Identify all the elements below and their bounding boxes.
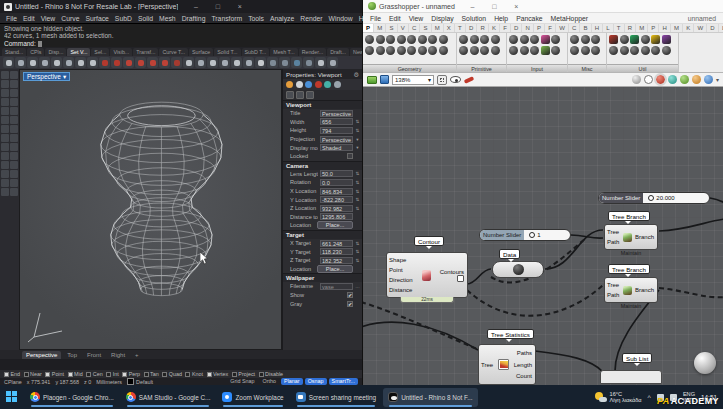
preview-sphere-icon[interactable] (680, 75, 689, 84)
toolbar-icon[interactable] (231, 57, 242, 68)
side-tool-icon[interactable] (10, 179, 18, 187)
component-icon[interactable] (397, 46, 406, 55)
toolbar-tab[interactable]: Draft... (327, 48, 349, 56)
property-value[interactable] (347, 153, 353, 159)
component-icon[interactable] (620, 35, 629, 44)
component-icon[interactable] (365, 46, 374, 55)
output-param[interactable]: Paths (511, 350, 532, 356)
component-icon[interactable] (459, 46, 468, 55)
component-tab[interactable]: L (603, 24, 614, 32)
property-value[interactable]: 0.0 (320, 179, 353, 186)
side-tool-icon[interactable] (10, 116, 18, 124)
side-tool-icon[interactable] (1, 98, 9, 106)
toolbar-icon[interactable] (255, 57, 266, 68)
checkbox-icon[interactable] (144, 372, 149, 377)
component-icon[interactable] (581, 35, 590, 44)
taskbar-app[interactable]: Plaogen - Google Chro... (25, 388, 119, 407)
wireframe-preview-icon[interactable] (644, 75, 653, 84)
toolbar-icon[interactable] (207, 57, 218, 68)
side-tool-icon[interactable] (10, 170, 18, 178)
shaded-preview-icon[interactable] (656, 75, 665, 84)
input-param[interactable]: Path (607, 292, 622, 298)
property-value[interactable]: Perspective (320, 110, 353, 117)
checkbox-icon[interactable] (122, 372, 127, 377)
toolbar-icon[interactable] (51, 57, 62, 68)
preview-sphere-icon[interactable] (668, 75, 677, 84)
viewport-tab[interactable]: Top (63, 351, 81, 359)
component-icon[interactable] (651, 46, 660, 55)
taskbar-app[interactable]: Screen sharing meeting (291, 388, 382, 407)
side-tool-icon[interactable] (1, 152, 9, 160)
component-icon[interactable] (407, 35, 416, 44)
toolbar-tab[interactable]: New L... (350, 48, 362, 56)
component-icon[interactable] (651, 35, 660, 44)
grasshopper-menu-item[interactable]: Solution (462, 15, 487, 22)
component-icon[interactable] (541, 46, 550, 55)
component-icon[interactable] (365, 35, 374, 44)
toolbar-icon[interactable] (219, 57, 230, 68)
component-tab[interactable]: M (432, 24, 444, 32)
component-icon[interactable] (428, 35, 437, 44)
component-icon[interactable] (662, 46, 671, 55)
property-value[interactable]: ✔ (347, 292, 353, 298)
output-param[interactable]: Branch (633, 234, 657, 240)
osnap-toggle[interactable]: Tan (144, 371, 159, 377)
status-item[interactable]: Default (127, 378, 153, 385)
property-value[interactable]: ✔ (347, 301, 353, 307)
checkbox-icon[interactable] (106, 372, 111, 377)
toolbar-tab[interactable]: Disp... (45, 48, 66, 56)
output-param[interactable]: Branch (633, 287, 657, 293)
rhino-menu-item[interactable]: Window (329, 15, 353, 22)
input-param[interactable]: Tree (479, 362, 495, 368)
component-tab[interactable]: M (636, 24, 648, 32)
component-icon[interactable] (386, 35, 395, 44)
component-tab[interactable]: F (500, 24, 511, 32)
side-tool-icon[interactable] (1, 125, 9, 133)
side-tool-icon[interactable] (1, 161, 9, 169)
toolbar-tab[interactable]: CPls (27, 48, 44, 56)
toolbar-icon[interactable] (111, 57, 122, 68)
input-param[interactable]: Distance (389, 287, 419, 293)
side-tool-icon[interactable] (10, 134, 18, 142)
component-icon[interactable] (662, 35, 671, 44)
grasshopper-menu-item[interactable]: Display (431, 15, 453, 22)
command-area[interactable]: Showing one hidden object. 42 curves, 1 … (0, 23, 362, 47)
component-tab[interactable]: M (374, 24, 386, 32)
toolbar-tab[interactable]: Solid T... (214, 48, 240, 56)
spinner-icon[interactable]: ⇅ (355, 249, 360, 254)
status-toggle[interactable]: Ortho (260, 378, 279, 385)
close-icon[interactable]: × (235, 3, 244, 10)
toolbar-tab[interactable]: Stand... (2, 48, 26, 56)
toolbar-icon[interactable] (327, 57, 338, 68)
osnap-toggle[interactable]: Disable (259, 371, 283, 377)
checkbox-icon[interactable] (24, 372, 29, 377)
spinner-icon[interactable]: ⇅ (355, 189, 360, 194)
component-icon[interactable] (459, 35, 468, 44)
browse-icon[interactable]: … (355, 284, 360, 289)
tree-branch-component[interactable]: Tree Path Branch Maintain (604, 277, 658, 303)
sub-list-component[interactable] (600, 370, 662, 384)
grasshopper-titlebar[interactable]: Grasshopper - unnamed – □ × (363, 0, 723, 13)
property-value[interactable]: Place... (317, 221, 353, 229)
viewport-tab[interactable]: Perspective (22, 351, 61, 359)
component-icon[interactable] (551, 46, 560, 55)
status-item[interactable]: z 0 (84, 378, 91, 385)
osnap-toggle[interactable]: Perp (122, 371, 140, 377)
component-icon[interactable] (591, 46, 600, 55)
component-tab[interactable]: S (386, 24, 397, 32)
output-param[interactable]: Length (511, 362, 532, 368)
component-tab[interactable]: M (671, 24, 683, 32)
grasshopper-menu-item[interactable]: Edit (389, 15, 401, 22)
preview-sphere-icon[interactable] (692, 75, 701, 84)
toolbar-tab[interactable]: Mesh T... (270, 48, 297, 56)
component-icon[interactable] (418, 35, 427, 44)
checkbox-icon[interactable] (162, 372, 167, 377)
side-tool-icon[interactable] (10, 143, 18, 151)
save-icon[interactable] (380, 75, 389, 84)
property-value[interactable]: 182.352 (320, 257, 353, 264)
component-icon[interactable] (551, 35, 560, 44)
side-tool-icon[interactable] (1, 134, 9, 142)
side-tool-icon[interactable] (1, 71, 9, 79)
properties-tab-icon[interactable] (296, 81, 303, 88)
slider-grip-icon[interactable] (648, 195, 654, 201)
